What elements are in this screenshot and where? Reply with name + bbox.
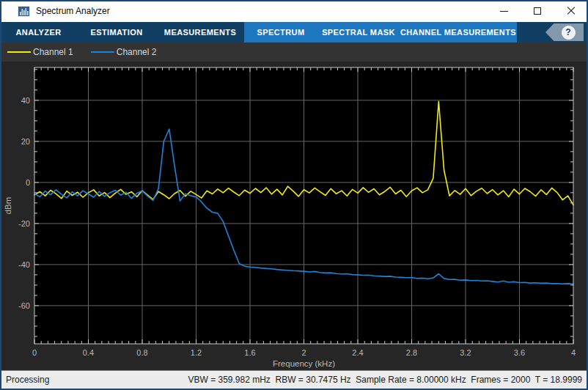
- minimize-icon: [500, 11, 508, 12]
- status-measurements: VBW = 359.982 mHz RBW = 30.7475 Hz Sampl…: [188, 375, 582, 385]
- y-tick-label: -60: [18, 301, 30, 310]
- active-tab-group: SPECTRUM SPECTRAL MASK CHANNEL MEASUREME…: [244, 22, 517, 43]
- legend-label: Channel 1: [33, 47, 73, 57]
- toolbar-spacer: [517, 22, 545, 43]
- tab-estimation[interactable]: ESTIMATION: [77, 22, 156, 43]
- x-tick-label: 0.4: [83, 348, 94, 357]
- plot-panel: 40200-20-40-6000.40.81.21.622.42.83.23.6…: [0, 62, 588, 370]
- tab-analyzer[interactable]: ANALYZER: [0, 22, 77, 43]
- app-icon: [18, 6, 30, 17]
- channel-2-line-swatch: [91, 51, 114, 53]
- legend-item-channel-2[interactable]: Channel 2: [91, 47, 157, 57]
- channel-1-line-swatch: [7, 51, 31, 53]
- y-tick-label: -20: [18, 219, 30, 228]
- status-bar: Processing VBW = 359.982 mHz RBW = 30.74…: [0, 370, 588, 390]
- status-message: Processing: [6, 375, 49, 385]
- y-tick-label: -40: [18, 260, 30, 269]
- y-axis-label: dBm: [4, 197, 12, 215]
- x-tick-label: 3.2: [460, 348, 471, 357]
- maximize-button[interactable]: [521, 0, 554, 22]
- x-tick-label: 1.2: [191, 348, 202, 357]
- x-axis-label: Frequency (kHz): [273, 359, 335, 368]
- spectrum-analyzer-window: Spectrum Analyzer ANALYZER ESTIMATION ME…: [0, 0, 588, 390]
- minimize-button[interactable]: [487, 0, 521, 22]
- window-title: Spectrum Analyzer: [36, 6, 110, 16]
- legend-item-channel-1[interactable]: Channel 1: [7, 47, 73, 57]
- help-button[interactable]: ?: [562, 26, 576, 40]
- x-tick-label: 2: [301, 348, 306, 357]
- tab-spectral-mask[interactable]: SPECTRAL MASK: [317, 22, 400, 43]
- tab-channel-measurements[interactable]: CHANNEL MEASUREMENTS: [400, 22, 517, 43]
- close-button[interactable]: [554, 0, 588, 22]
- x-tick-label: 2.4: [352, 348, 363, 357]
- tab-spectrum[interactable]: SPECTRUM: [244, 22, 317, 43]
- y-tick-label: 40: [21, 96, 30, 105]
- close-icon: [567, 7, 576, 15]
- help-tag: ?: [545, 23, 584, 41]
- x-tick-label: 0.8: [136, 348, 147, 357]
- legend-bar: Channel 1 Channel 2: [0, 43, 588, 62]
- x-tick-label: 2.8: [406, 348, 417, 357]
- window-controls: [487, 0, 588, 22]
- spectrum-plot[interactable]: 40200-20-40-6000.40.81.21.622.42.83.23.6…: [0, 62, 588, 370]
- y-tick-label: 20: [21, 137, 30, 146]
- y-tick-label: 0: [26, 178, 30, 187]
- maximize-icon: [534, 7, 541, 15]
- x-tick-label: 4: [571, 348, 576, 357]
- title-bar: Spectrum Analyzer: [0, 0, 588, 22]
- toolstrip: ANALYZER ESTIMATION MEASUREMENTS SPECTRU…: [0, 22, 588, 43]
- x-tick-label: 0: [32, 348, 37, 357]
- question-mark-icon: ?: [565, 27, 570, 37]
- x-tick-label: 3.6: [514, 348, 525, 357]
- x-tick-label: 1.6: [244, 348, 255, 357]
- legend-label: Channel 2: [117, 47, 157, 57]
- tab-measurements[interactable]: MEASUREMENTS: [156, 22, 244, 43]
